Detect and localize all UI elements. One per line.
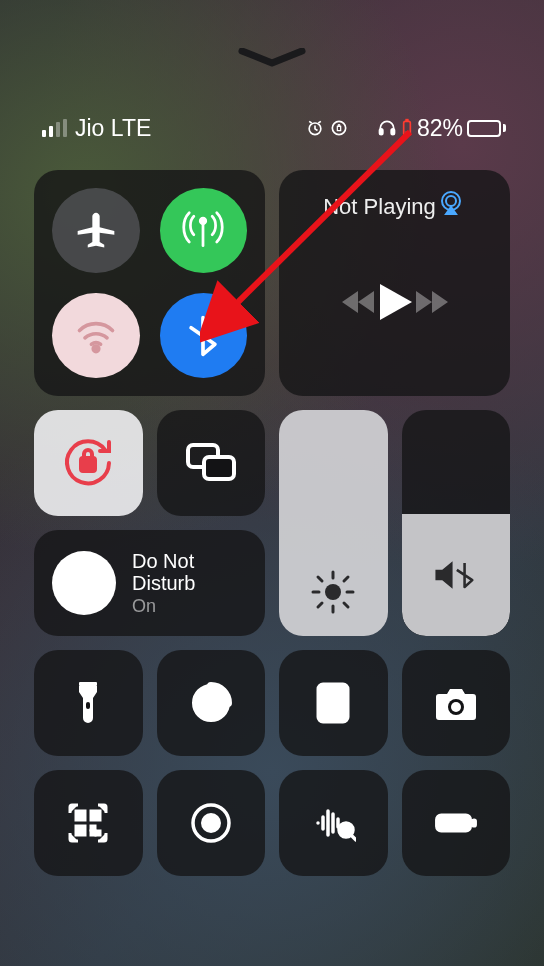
volume-slider[interactable] xyxy=(402,410,511,636)
svg-point-28 xyxy=(339,716,343,720)
media-tile[interactable]: Not Playing xyxy=(279,170,510,396)
svg-point-38 xyxy=(201,813,221,833)
control-grid: Not Playing Do Not Disturb On xyxy=(34,170,510,966)
svg-rect-6 xyxy=(405,131,408,134)
svg-point-1 xyxy=(332,121,345,134)
status-bar: Jio LTE 82% xyxy=(0,108,544,148)
svg-point-20 xyxy=(323,702,327,706)
battery-pct: 82% xyxy=(417,115,463,142)
alarm-icon xyxy=(305,118,325,138)
svg-rect-13 xyxy=(204,457,234,479)
svg-rect-5 xyxy=(405,119,408,122)
headphones-status-icon xyxy=(377,118,397,138)
screen-record-button[interactable] xyxy=(157,770,266,876)
svg-point-30 xyxy=(451,702,461,712)
svg-rect-35 xyxy=(96,831,100,835)
orientation-lock-button[interactable] xyxy=(34,410,143,516)
svg-rect-34 xyxy=(91,826,95,830)
connectivity-tile xyxy=(34,170,265,396)
status-left: Jio LTE xyxy=(42,115,151,142)
svg-rect-19 xyxy=(322,689,344,696)
svg-rect-32 xyxy=(91,811,100,820)
svg-rect-15 xyxy=(86,702,90,709)
moon-status-icon xyxy=(353,118,373,138)
svg-rect-3 xyxy=(391,129,394,135)
svg-point-23 xyxy=(323,709,327,713)
orientation-lock-status-icon xyxy=(329,118,349,138)
airplane-mode-button[interactable] xyxy=(52,188,140,273)
media-prev-button[interactable] xyxy=(340,288,376,320)
media-play-button[interactable] xyxy=(376,282,414,326)
svg-rect-31 xyxy=(76,811,85,820)
calculator-button[interactable] xyxy=(279,650,388,756)
bluetooth-button[interactable] xyxy=(160,293,248,378)
svg-point-7 xyxy=(201,218,207,224)
brightness-slider[interactable] xyxy=(279,410,388,636)
do-not-disturb-button[interactable]: Do Not Disturb On xyxy=(34,530,265,636)
svg-rect-41 xyxy=(439,818,446,828)
battery-icon xyxy=(467,120,506,137)
svg-rect-33 xyxy=(76,826,85,835)
svg-rect-2 xyxy=(379,129,382,135)
airplay-icon[interactable] xyxy=(436,188,466,218)
dnd-sub: On xyxy=(132,596,247,617)
wifi-button[interactable] xyxy=(52,293,140,378)
svg-point-24 xyxy=(331,709,335,713)
timer-button[interactable] xyxy=(157,650,266,756)
screen-mirroring-button[interactable] xyxy=(157,410,266,516)
low-power-mode-button[interactable] xyxy=(402,770,511,876)
qr-scanner-button[interactable] xyxy=(34,770,143,876)
svg-point-14 xyxy=(325,584,341,600)
svg-rect-42 xyxy=(472,820,475,827)
media-next-button[interactable] xyxy=(414,288,450,320)
flashlight-button[interactable] xyxy=(34,650,143,756)
dnd-title: Do Not Disturb xyxy=(132,550,247,594)
carrier-label: Jio LTE xyxy=(75,115,151,142)
camera-button[interactable] xyxy=(402,650,511,756)
svg-point-8 xyxy=(93,346,99,352)
svg-point-21 xyxy=(331,702,335,706)
svg-point-27 xyxy=(331,716,335,720)
status-right: 82% xyxy=(305,115,506,142)
music-recognition-button[interactable] xyxy=(279,770,388,876)
low-battery-icon xyxy=(401,118,413,138)
sun-icon xyxy=(311,570,355,614)
cellular-data-button[interactable] xyxy=(160,188,248,273)
media-title: Not Playing xyxy=(323,194,436,220)
signal-icon xyxy=(42,119,67,137)
svg-rect-11 xyxy=(81,458,95,471)
svg-point-22 xyxy=(339,702,343,706)
speaker-bluetooth-icon xyxy=(432,555,480,595)
svg-rect-36 xyxy=(91,831,95,835)
svg-point-26 xyxy=(323,716,327,720)
moon-icon xyxy=(52,551,116,615)
svg-point-25 xyxy=(339,709,343,713)
svg-point-10 xyxy=(446,196,456,206)
dismiss-chevron[interactable] xyxy=(237,48,307,68)
svg-rect-16 xyxy=(79,682,97,686)
